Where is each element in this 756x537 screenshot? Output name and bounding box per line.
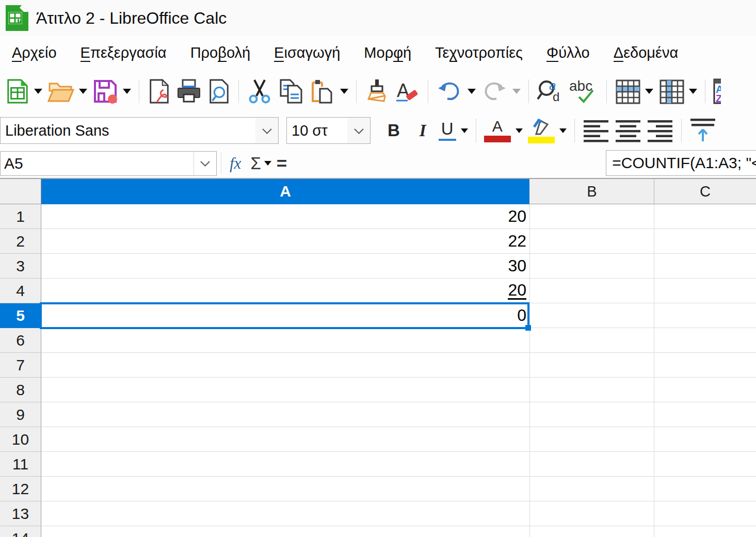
formula-icon[interactable]: = — [271, 153, 292, 174]
row-header-2[interactable]: 2 — [0, 229, 41, 254]
cell-reference[interactable]: A5 — [1, 155, 194, 172]
cell-A4[interactable]: 20 — [41, 279, 529, 303]
row-cells[interactable] — [41, 353, 756, 378]
row-header-10[interactable]: 10 — [0, 427, 41, 452]
highlight-color-dropdown-arrow[interactable] — [559, 128, 567, 133]
undo-button[interactable] — [433, 76, 478, 106]
toolbar-separator — [528, 79, 529, 103]
menu-styles[interactable]: Τεχνοτροπίες — [423, 40, 535, 66]
open-dropdown-arrow[interactable] — [79, 89, 87, 94]
spelling-button[interactable]: abc — [566, 76, 601, 106]
row-cells[interactable]: 22 — [41, 229, 756, 254]
font-color-button[interactable]: A — [481, 117, 525, 144]
name-box[interactable]: A5 — [0, 151, 217, 176]
align-left-button[interactable] — [580, 116, 612, 145]
sum-icon[interactable]: Σ — [245, 154, 264, 173]
name-box-dropdown[interactable] — [194, 152, 216, 175]
row-header-8[interactable]: 8 — [0, 378, 41, 402]
row-cells[interactable]: 20 — [41, 204, 756, 229]
font-size-dropdown[interactable] — [347, 118, 370, 143]
align-center-icon — [615, 118, 641, 143]
row-cells[interactable] — [41, 501, 756, 526]
row-cells[interactable] — [41, 378, 756, 402]
highlight-color-button[interactable] — [525, 116, 569, 145]
row-header-4[interactable]: 4 — [0, 279, 41, 303]
row-cells[interactable] — [41, 427, 756, 452]
font-name-dropdown[interactable] — [255, 118, 278, 143]
row-header-5[interactable]: 5 — [0, 303, 41, 328]
sum-dropdown-arrow[interactable] — [264, 161, 271, 166]
paste-dropdown-arrow[interactable] — [340, 89, 348, 94]
undo-dropdown-arrow[interactable] — [468, 89, 476, 94]
insert-column-dropdown-arrow[interactable] — [689, 89, 697, 94]
print-preview-button[interactable] — [204, 76, 233, 106]
font-color-dropdown-arrow[interactable] — [516, 128, 523, 133]
italic-button[interactable]: I — [410, 119, 436, 142]
row-cells[interactable]: 20 — [41, 279, 756, 303]
font-size-value[interactable]: 10 στ — [287, 122, 347, 139]
font-name-combo[interactable]: Liberation Sans — [0, 117, 279, 144]
row-header-13[interactable]: 13 — [0, 501, 41, 526]
row-header-9[interactable]: 9 — [0, 402, 41, 427]
row-cells[interactable] — [41, 526, 756, 537]
row-header-3[interactable]: 3 — [0, 254, 41, 279]
cell-selection-border[interactable] — [40, 302, 529, 329]
row-header-11[interactable]: 11 — [0, 452, 41, 477]
row-cells[interactable] — [41, 477, 756, 501]
paste-button[interactable] — [307, 76, 351, 106]
align-top-button[interactable] — [687, 116, 719, 145]
underline-button[interactable]: U — [436, 118, 471, 143]
formula-input[interactable]: =COUNTIF(A1:A3; "<20") — [606, 150, 756, 176]
new-document-button[interactable] — [3, 76, 45, 106]
menu-data[interactable]: Δεδομένα — [602, 40, 690, 66]
find-replace-button[interactable]: a d — [534, 76, 566, 106]
cell-A2[interactable]: 22 — [41, 229, 529, 253]
align-center-button[interactable] — [612, 116, 644, 145]
function-wizard-icon[interactable]: fx — [226, 154, 245, 173]
row-header-7[interactable]: 7 — [0, 353, 41, 378]
insert-row-button[interactable] — [612, 76, 656, 106]
toolbar-separator — [705, 79, 705, 103]
cell-A3[interactable]: 30 — [41, 254, 529, 278]
clone-formatting-button[interactable] — [362, 76, 392, 106]
menu-format[interactable]: Μορφή — [352, 40, 423, 66]
export-pdf-button[interactable] — [144, 76, 173, 106]
row-cells[interactable] — [41, 402, 756, 427]
open-button[interactable] — [45, 76, 90, 106]
row-header-6[interactable]: 6 — [0, 328, 41, 353]
row-header-12[interactable]: 12 — [0, 477, 41, 501]
print-button[interactable] — [173, 76, 204, 106]
bold-button[interactable]: B — [378, 119, 410, 142]
insert-column-button[interactable] — [656, 76, 700, 106]
row-header-1[interactable]: 1 — [0, 204, 41, 229]
menu-insert[interactable]: Εισαγωγή — [262, 40, 352, 66]
cut-button[interactable] — [244, 76, 275, 106]
cell-A1[interactable]: 20 — [41, 204, 529, 229]
selection-fill-handle[interactable] — [525, 325, 531, 331]
menu-file[interactable]: Αρχείο — [0, 40, 69, 66]
menu-view[interactable]: Προβολή — [179, 40, 262, 66]
select-all-corner[interactable] — [0, 179, 41, 204]
new-document-dropdown-arrow[interactable] — [34, 89, 42, 94]
column-header-C[interactable]: C — [654, 179, 756, 204]
font-name-value[interactable]: Liberation Sans — [1, 122, 255, 139]
sort-button[interactable]: A Z — [711, 76, 721, 106]
redo-button[interactable] — [478, 76, 523, 106]
column-header-B[interactable]: B — [529, 179, 654, 204]
menu-edit[interactable]: Επεξεργασία — [69, 40, 179, 66]
row-cells[interactable] — [41, 328, 756, 353]
redo-dropdown-arrow[interactable] — [512, 89, 521, 94]
save-dropdown-arrow[interactable] — [123, 89, 131, 94]
clear-formatting-button[interactable]: A — [392, 76, 423, 106]
row-cells[interactable]: 30 — [41, 254, 756, 279]
copy-button[interactable] — [275, 76, 307, 106]
font-size-combo[interactable]: 10 στ — [286, 117, 371, 144]
insert-row-dropdown-arrow[interactable] — [645, 89, 653, 94]
column-header-A[interactable]: A — [41, 179, 529, 204]
row-cells[interactable] — [41, 452, 756, 477]
save-button[interactable] — [90, 76, 134, 106]
menu-sheet[interactable]: Φύλλο — [535, 40, 602, 66]
align-right-button[interactable] — [644, 116, 676, 145]
row-header-14[interactable]: 14 — [0, 526, 41, 537]
underline-dropdown-arrow[interactable] — [461, 128, 468, 133]
